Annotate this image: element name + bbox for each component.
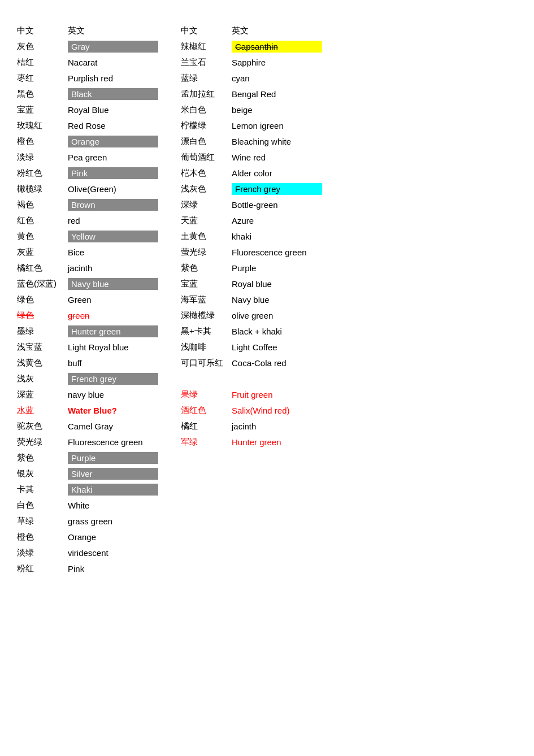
cell-english: navy blue — [68, 390, 170, 399]
table-row: 淡绿viridescent — [17, 545, 170, 561]
table-row: 蓝色(深蓝)Navy blue — [17, 276, 170, 292]
cell-english: Water Blue? — [68, 406, 170, 415]
table-row: 粉红Pink — [17, 561, 170, 576]
cell-english: jacinth — [232, 422, 333, 431]
cell-english: Royal blue — [232, 279, 333, 289]
table-row — [181, 371, 333, 386]
cell-chinese: 草绿 — [17, 516, 68, 527]
cell-english: Fluorescence green — [68, 437, 170, 447]
cell-chinese: 果绿 — [181, 389, 232, 400]
table-row: 漂白色Bleaching white — [181, 133, 333, 149]
cell-english: beige — [232, 105, 333, 115]
cell-chinese: 黑色 — [17, 89, 68, 99]
table-row: 橙色Orange — [17, 133, 170, 149]
cell-chinese: 宝蓝 — [181, 279, 232, 289]
cell-english: Fruit green — [232, 390, 333, 399]
cell-english: viridescent — [68, 548, 170, 558]
cell-chinese: 浅黄色 — [17, 358, 68, 368]
cell-chinese: 枣红 — [17, 73, 68, 84]
table-row: 黄色Yellow — [17, 228, 170, 244]
cell-english: Wine red — [232, 153, 333, 162]
cell-chinese: 深橄榄绿 — [181, 310, 232, 321]
table-row: 海军蓝Navy blue — [181, 292, 333, 307]
cell-english: Black — [68, 88, 170, 100]
cell-chinese: 深绿 — [181, 199, 232, 210]
cell-english: Red Rose — [68, 121, 170, 131]
cell-chinese: 兰宝石 — [181, 57, 232, 68]
cell-english: green — [68, 311, 170, 320]
cell-chinese: 米白色 — [181, 105, 232, 115]
cell-chinese: 紫色 — [181, 263, 232, 273]
cell-english: buff — [68, 358, 170, 368]
table-row: 米白色beige — [181, 102, 333, 118]
cell-chinese: 红色 — [17, 215, 68, 226]
cell-english: French grey — [68, 373, 170, 385]
cell-english: White — [68, 501, 170, 510]
table-row: 草绿grass green — [17, 513, 170, 529]
cell-english: Bleaching white — [232, 137, 333, 146]
cell-chinese: 浅灰 — [17, 373, 68, 384]
cell-english: Pea green — [68, 153, 170, 162]
table-row: 绿色Green — [17, 292, 170, 307]
cell-chinese: 橘红色 — [17, 263, 68, 273]
cell-english: Gray — [68, 41, 170, 53]
table-row: 桔红Nacarat — [17, 54, 170, 70]
cell-english: 英文 — [232, 25, 333, 36]
cell-chinese: 孟加拉红 — [181, 89, 232, 99]
table-row: 褐色Brown — [17, 197, 170, 212]
cell-english: Salix(Wind red) — [232, 406, 333, 415]
cell-english: Nacarat — [68, 58, 170, 67]
table-row: 荧光绿Fluorescence green — [17, 434, 170, 450]
cell-chinese: 黑+卡其 — [181, 326, 232, 337]
cell-chinese: 灰蓝 — [17, 247, 68, 258]
table-row: 浅灰French grey — [17, 371, 170, 386]
cell-chinese: 蓝色(深蓝) — [17, 279, 68, 289]
cell-english: Purplish red — [68, 73, 170, 83]
cell-chinese: 橘红 — [181, 421, 232, 432]
cell-chinese: 葡萄酒红 — [181, 152, 232, 163]
table-row: 墨绿Hunter green — [17, 323, 170, 339]
table-row: 橙色Orange — [17, 529, 170, 545]
cell-english: khaki — [232, 232, 333, 241]
table-row: 卡其Khaki — [17, 481, 170, 497]
cell-english: cyan — [232, 73, 333, 83]
cell-chinese: 深蓝 — [17, 389, 68, 400]
cell-english: Light Royal blue — [68, 342, 170, 352]
table-row: 浅宝蓝Light Royal blue — [17, 339, 170, 355]
cell-chinese: 中文 — [181, 25, 232, 36]
table-row: 可口可乐红Coca-Cola red — [181, 355, 333, 371]
cell-english: Alder color — [232, 168, 333, 178]
table-row: 枣红Purplish red — [17, 70, 170, 86]
table-row: 宝蓝Royal Blue — [17, 102, 170, 118]
cell-chinese: 酒红色 — [181, 405, 232, 416]
cell-chinese: 淡绿 — [17, 152, 68, 163]
cell-chinese: 海军蓝 — [181, 294, 232, 305]
cell-chinese: 可口可乐红 — [181, 358, 232, 368]
cell-chinese: 驼灰色 — [17, 421, 68, 432]
table-row: 葡萄酒红Wine red — [181, 149, 333, 165]
table-row: 中文英文 — [17, 23, 170, 38]
cell-chinese: 绿色 — [17, 310, 68, 321]
table-row: 玫瑰红Red Rose — [17, 118, 170, 133]
left-column-pair: 中文英文灰色Gray桔红Nacarat枣红Purplish red黑色Black… — [17, 23, 170, 576]
table-row: 蓝绿cyan — [181, 70, 333, 86]
table-row: 浅灰色French grey — [181, 181, 333, 197]
cell-chinese: 浅咖啡 — [181, 342, 232, 353]
cell-chinese: 军绿 — [181, 437, 232, 447]
table-row: 浅黄色buff — [17, 355, 170, 371]
cell-english: Sapphire — [232, 58, 333, 67]
cell-chinese: 漂白色 — [181, 136, 232, 147]
table-row: 橄榄绿Olive(Green) — [17, 181, 170, 197]
table-row: 紫色Purple — [17, 450, 170, 466]
cell-chinese: 桤木色 — [181, 168, 232, 179]
cell-english: Fluorescence green — [232, 247, 333, 257]
cell-english: Royal Blue — [68, 105, 170, 115]
cell-english: Olive(Green) — [68, 184, 170, 194]
table-row: 紫色Purple — [181, 260, 333, 276]
cell-chinese: 绿色 — [17, 294, 68, 305]
cell-english: Bengal Red — [232, 89, 333, 99]
cell-english: Bottle-green — [232, 200, 333, 210]
cell-english: Hunter green — [232, 437, 333, 447]
color-table: 中文英文灰色Gray桔红Nacarat枣红Purplish red黑色Black… — [17, 23, 517, 576]
cell-english: Pink — [68, 564, 170, 573]
